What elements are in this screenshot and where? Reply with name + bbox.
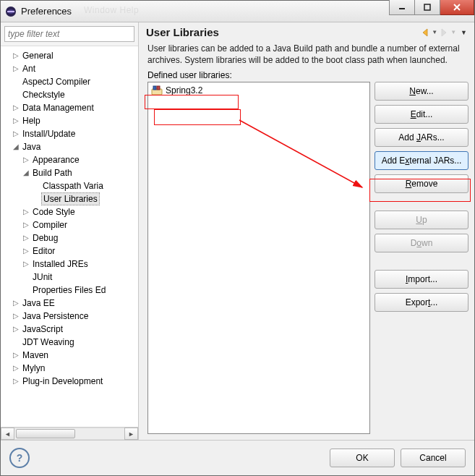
tree-item-checkstyle[interactable]: Checkstyle <box>1 88 138 101</box>
ghost-menu: Window Help <box>84 5 139 15</box>
ok-button[interactable]: OK <box>330 449 395 467</box>
tree-item-javascript[interactable]: ▷JavaScript <box>1 323 138 336</box>
expand-icon: ▷ <box>21 258 31 271</box>
cancel-button[interactable]: Cancel <box>401 449 466 467</box>
panel-heading: User Libraries <box>146 26 420 38</box>
tree-item-user-libraries[interactable]: User Libraries <box>1 192 138 205</box>
tree-item-build-path[interactable]: ◢Build Path <box>1 166 138 179</box>
tree-item-compiler[interactable]: ▷Compiler <box>1 218 138 231</box>
panel-header: User Libraries ▼ ▼ ▼ <box>139 22 474 40</box>
edit-button[interactable]: Edit... <box>375 105 468 124</box>
tree-item-general[interactable]: ▷General <box>1 49 138 62</box>
filter-input[interactable] <box>4 26 134 42</box>
back-icon[interactable] <box>420 27 430 38</box>
view-menu-icon[interactable]: ▼ <box>461 29 467 36</box>
export-button[interactable]: Export... <box>375 293 468 312</box>
tree-item-installed-jres[interactable]: ▷Installed JREs <box>1 258 138 271</box>
back-menu-icon[interactable]: ▼ <box>432 29 437 35</box>
preferences-window: Preferences Window Help ▷General ▷Ant As… <box>0 0 475 476</box>
tree-item-properties-files-editor[interactable]: Properties Files Ed <box>1 284 138 297</box>
tree-item-aspectj[interactable]: AspectJ Compiler <box>1 75 138 88</box>
tree-item-code-style[interactable]: ▷Code Style <box>1 205 138 218</box>
expand-icon: ▷ <box>11 297 21 310</box>
library-icon <box>151 85 163 95</box>
collapse-icon: ◢ <box>21 166 31 179</box>
library-item[interactable]: Spring3.2 <box>148 82 369 98</box>
expand-icon: ▷ <box>21 205 31 218</box>
expand-icon: ▷ <box>11 362 21 375</box>
tree-item-maven[interactable]: ▷Maven <box>1 349 138 362</box>
library-item-label: Spring3.2 <box>166 85 202 95</box>
buttons-column: New... Edit... Add JARs... Add External … <box>375 82 468 434</box>
panel-description: User libraries can be added to a Java Bu… <box>139 40 474 70</box>
expand-icon: ▷ <box>11 349 21 362</box>
minimize-button[interactable] <box>389 0 415 15</box>
up-button: Up <box>375 211 468 229</box>
window-controls <box>389 1 474 22</box>
header-nav-icons: ▼ ▼ ▼ <box>420 27 467 38</box>
preferences-tree[interactable]: ▷General ▷Ant AspectJ Compiler Checkstyl… <box>1 46 138 427</box>
expand-icon: ▷ <box>11 310 21 323</box>
expand-icon: ▷ <box>11 127 21 140</box>
scroll-left-button[interactable]: ◄ <box>1 428 14 440</box>
dialog-body: ▷General ▷Ant AspectJ Compiler Checkstyl… <box>1 22 474 440</box>
tree-item-editor[interactable]: ▷Editor <box>1 245 138 258</box>
left-panel: ▷General ▷Ant AspectJ Compiler Checkstyl… <box>1 22 139 440</box>
expand-icon: ▷ <box>21 245 31 258</box>
tree-item-mylyn[interactable]: ▷Mylyn <box>1 362 138 375</box>
tree-item-debug[interactable]: ▷Debug <box>1 231 138 245</box>
right-panel: User Libraries ▼ ▼ ▼ User libraries can … <box>139 22 474 440</box>
bottom-bar: ? OK Cancel <box>1 440 474 475</box>
tree-horizontal-scrollbar[interactable]: ◄ ► <box>1 427 138 440</box>
expand-icon: ▷ <box>11 114 21 127</box>
defined-libraries-list[interactable]: Spring3.2 <box>147 82 370 434</box>
tree-item-appearance[interactable]: ▷Appearance <box>1 153 138 166</box>
eclipse-icon <box>5 6 17 17</box>
collapse-icon: ◢ <box>11 140 21 153</box>
expand-icon: ▷ <box>21 231 31 245</box>
expand-icon: ▷ <box>11 101 21 114</box>
expand-icon: ▷ <box>11 49 21 62</box>
forward-icon <box>439 27 449 38</box>
add-external-jars-button[interactable]: Add External JARs... <box>375 151 468 170</box>
tree-item-jdt-weaving[interactable]: JDT Weaving <box>1 336 138 349</box>
help-icon[interactable]: ? <box>9 448 30 468</box>
filter-wrap <box>1 22 138 46</box>
down-button: Down <box>375 234 468 252</box>
scroll-thumb[interactable] <box>16 429 75 438</box>
tree-item-java-ee[interactable]: ▷Java EE <box>1 297 138 310</box>
forward-menu-icon: ▼ <box>450 29 456 35</box>
tree-item-ant[interactable]: ▷Ant <box>1 62 138 75</box>
svg-rect-9 <box>157 86 160 90</box>
maximize-button[interactable] <box>415 0 440 15</box>
tree-item-java[interactable]: ◢Java <box>1 140 138 153</box>
svg-rect-2 <box>7 11 14 12</box>
add-jars-button[interactable]: Add JARs... <box>375 128 468 147</box>
new-button[interactable]: New... <box>375 82 468 101</box>
tree-item-data-management[interactable]: ▷Data Management <box>1 101 138 114</box>
expand-icon: ▷ <box>11 323 21 336</box>
expand-icon: ▷ <box>21 218 31 231</box>
expand-icon: ▷ <box>11 62 21 75</box>
tree-item-help[interactable]: ▷Help <box>1 114 138 127</box>
tree-item-install-update[interactable]: ▷Install/Update <box>1 127 138 140</box>
close-button[interactable] <box>440 0 474 15</box>
expand-icon: ▷ <box>11 375 21 388</box>
tree-item-classpath-vars[interactable]: Classpath Varia <box>1 179 138 192</box>
content-row: Spring3.2 New... Edit... Add JARs... Add… <box>139 82 474 440</box>
tree-item-plugin-development[interactable]: ▷Plug-in Development <box>1 375 138 388</box>
defined-libraries-label: Defined user libraries: <box>139 70 474 82</box>
svg-rect-8 <box>153 86 156 90</box>
scroll-right-button[interactable]: ► <box>124 428 138 440</box>
svg-rect-4 <box>424 4 430 10</box>
scroll-track[interactable] <box>14 428 124 440</box>
titlebar: Preferences Window Help <box>1 1 474 22</box>
window-title: Preferences <box>21 6 389 17</box>
expand-icon: ▷ <box>21 153 31 166</box>
import-button[interactable]: Import... <box>375 270 468 289</box>
remove-button[interactable]: Remove <box>375 174 468 193</box>
tree-item-java-persistence[interactable]: ▷Java Persistence <box>1 310 138 323</box>
tree-item-junit[interactable]: JUnit <box>1 271 138 284</box>
